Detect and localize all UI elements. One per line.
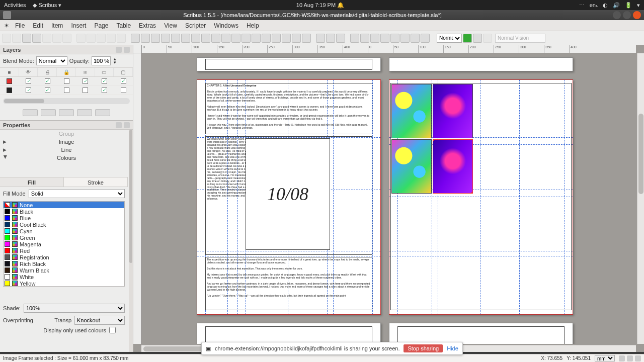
tool-copy[interactable] [107, 34, 116, 43]
layer-row[interactable] [0, 77, 133, 86]
layer-outline-check[interactable] [102, 87, 107, 93]
activities-button[interactable]: Activities [4, 2, 26, 9]
section-colours[interactable]: ▶Colours [0, 154, 128, 162]
text-frame-top[interactable]: CHAPTER 1. A Not Unnatural Enterprise Th… [205, 83, 372, 134]
vertical-ruler[interactable] [133, 53, 141, 344]
layer-down-button[interactable] [95, 109, 110, 116]
app-menu[interactable]: ◆ Scribus ▾ [33, 2, 61, 9]
layer-select-check[interactable] [121, 78, 126, 84]
layer-lock-check[interactable] [64, 78, 69, 84]
tray-more-icon[interactable]: ⋯ [579, 2, 585, 9]
fillmode-select[interactable]: Solid [29, 189, 125, 198]
tray-a11y-icon[interactable]: ◐ [603, 2, 608, 9]
tool-select[interactable] [131, 34, 140, 43]
tool-cut[interactable] [97, 34, 106, 43]
clock[interactable]: 10 Aug 7:19 PM 🔔 [61, 2, 579, 9]
tool-calligraphic[interactable] [242, 34, 251, 43]
tool-story-editor[interactable] [282, 34, 291, 43]
properties-panel-header[interactable]: Properties [0, 121, 133, 130]
knockout-select[interactable]: Knockout [74, 316, 125, 325]
window-maximize-button[interactable] [623, 11, 631, 19]
layer-print-check[interactable] [45, 87, 50, 93]
color-item[interactable]: Red [4, 247, 124, 254]
stop-sharing-button[interactable]: Stop sharing [404, 344, 443, 352]
tool-zoom[interactable] [262, 34, 271, 43]
menu-edit[interactable]: Edit [29, 21, 47, 30]
tab-fill[interactable]: Fill [0, 177, 64, 187]
color-item[interactable]: Cool Black [4, 221, 124, 228]
menu-extras[interactable]: Extras [135, 21, 160, 30]
properties-scrollbar[interactable] [129, 130, 133, 352]
edit-in-preview[interactable] [483, 34, 492, 43]
color-item[interactable]: Yellow [4, 280, 124, 287]
image-frame-selected[interactable] [433, 139, 473, 194]
color-item[interactable]: Black [4, 208, 124, 215]
page-prev-right[interactable] [389, 57, 573, 71]
image-frame-1[interactable] [391, 84, 432, 138]
tool-save[interactable] [22, 34, 31, 43]
tool-print[interactable] [42, 34, 51, 43]
color-item[interactable]: Cyan [4, 228, 124, 234]
menu-windows[interactable]: Windows [210, 21, 243, 30]
color-item[interactable]: Blue [4, 215, 124, 221]
menu-insert[interactable]: Insert [67, 21, 90, 30]
menu-page[interactable]: Page [90, 21, 112, 30]
tool-arc[interactable] [191, 34, 200, 43]
color-item[interactable]: Registration [4, 254, 124, 260]
tool-close[interactable] [32, 34, 41, 43]
date-frame[interactable]: 10/08 [246, 138, 330, 250]
tray-lang[interactable]: en₁ [590, 2, 598, 9]
tool-pdf-annot[interactable] [411, 34, 420, 43]
color-item[interactable]: Warm Black [4, 267, 124, 274]
text-frame-bottom[interactable]: The expedition was up among the thousand… [205, 257, 372, 310]
tool-copy-props[interactable] [326, 34, 335, 43]
window-close-button[interactable] [633, 11, 641, 19]
tool-eyedrop[interactable] [336, 34, 345, 43]
tool-table[interactable] [171, 34, 180, 43]
status-page-nav-icon[interactable] [627, 355, 633, 361]
page-next-right[interactable] [389, 323, 573, 344]
layer-up-button[interactable] [77, 109, 92, 116]
layer-outline-check[interactable] [102, 78, 107, 84]
color-item[interactable]: White [4, 274, 124, 280]
tool-bezier[interactable] [221, 34, 230, 43]
layer-visible-check[interactable] [26, 78, 31, 84]
tool-line[interactable] [211, 34, 220, 43]
tool-undo[interactable] [76, 34, 86, 43]
panel-close-icon[interactable] [124, 122, 130, 128]
tool-renderframe[interactable] [161, 34, 170, 43]
menu-file[interactable]: File [11, 21, 29, 30]
color-item[interactable]: Green [4, 234, 124, 241]
layer-select-check[interactable] [121, 87, 126, 93]
tool-pdf-list[interactable] [400, 34, 410, 43]
add-layer-button[interactable] [23, 109, 38, 116]
hide-share-button[interactable]: Hide [447, 345, 458, 351]
panel-float-icon[interactable] [116, 47, 122, 53]
tool-pdf-pushbutton[interactable] [350, 34, 359, 43]
tool-link-frames[interactable] [292, 34, 301, 43]
tool-imageframe[interactable] [151, 34, 160, 43]
layer-flow-check[interactable] [83, 87, 88, 93]
tool-pdf-radio[interactable] [360, 34, 369, 43]
layers-scrollbar[interactable] [3, 98, 130, 104]
page-left[interactable]: CHAPTER 1. A Not Unnatural Enterprise Th… [197, 79, 381, 315]
menu-table[interactable]: Table [112, 21, 135, 30]
tray-power-icon[interactable]: ▾ [637, 2, 640, 9]
tab-stroke[interactable]: Stroke [64, 177, 128, 187]
dup-layer-button[interactable] [59, 109, 74, 116]
tool-shape[interactable] [181, 34, 190, 43]
tool-measure[interactable] [316, 34, 325, 43]
blend-mode-select[interactable]: Normal [36, 56, 67, 65]
tray-volume-icon[interactable]: 🔊 [613, 2, 620, 9]
window-minimize-button[interactable] [613, 11, 621, 19]
color-item[interactable]: Rich Black [4, 260, 124, 267]
horizontal-ruler[interactable]: 0501001502002503003504000501001502002503… [141, 45, 636, 53]
menu-item[interactable]: Item [47, 21, 67, 30]
tool-pdf-text[interactable] [370, 34, 379, 43]
status-zoom-icon[interactable] [619, 355, 625, 361]
menu-scripter[interactable]: Scripter [181, 21, 210, 30]
tool-freehand[interactable] [231, 34, 240, 43]
tool-pdf-check[interactable] [380, 34, 389, 43]
opacity-stepper[interactable]: ▲▼ [113, 57, 117, 64]
image-frame-2[interactable] [433, 84, 473, 138]
